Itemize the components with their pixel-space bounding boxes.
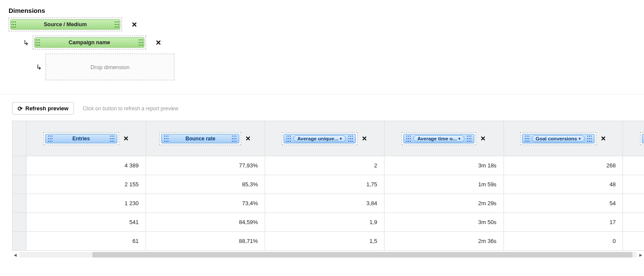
drag-handle-icon[interactable] (524, 135, 530, 143)
dimension-chip-container: Campaign name (33, 36, 146, 49)
metric-chip-container: Goal conversio... ▾ (640, 132, 644, 145)
dropzone-hint: Drop dimension (90, 64, 129, 70)
dimension-chip-campaign-name[interactable]: Campaign name (34, 37, 144, 48)
metric-label: Goal conversions (536, 136, 577, 141)
cell-bounce-rate: 88,71% (146, 232, 265, 251)
remove-dimension-button[interactable]: ✕ (131, 21, 137, 29)
cell-avg-unique: 1,9 (265, 213, 385, 232)
cell-avg-unique: 1,5 (265, 232, 385, 251)
metric-label: Entries (53, 136, 109, 142)
dimension-chip-label: Campaign name (41, 39, 138, 45)
horizontal-scrollbar[interactable]: ◄ ► (0, 252, 644, 258)
cell-goal-conv: 17 (504, 213, 623, 232)
row-stub (12, 232, 27, 251)
remove-column-button[interactable]: ✕ (123, 135, 129, 143)
chevron-down-icon: ▾ (458, 136, 461, 141)
cell-goal-conv: 268 (504, 156, 623, 175)
metric-label: Average time o... (417, 136, 457, 141)
cell-bounce-rate: 77,93% (146, 156, 265, 175)
metric-dropdown[interactable]: Goal conversions ▾ (532, 135, 585, 142)
cell-avg-time: 3m 18s (384, 156, 504, 175)
metric-chip-goal-conversion-rate[interactable]: Goal conversio... ▾ (642, 134, 644, 143)
dimension-row: ↳ Drop dimension (34, 54, 635, 80)
chevron-down-icon: ▾ (579, 136, 581, 141)
column-header: Entries ✕ (27, 121, 146, 156)
metric-chip-average-time[interactable]: Average time o... ▾ (403, 134, 474, 143)
drag-handle-icon[interactable] (11, 21, 17, 28)
cell-avg-time: 1m 59s (384, 175, 504, 194)
refresh-preview-button[interactable]: ⟳ Refresh preview (12, 102, 74, 115)
drag-handle-icon[interactable] (466, 135, 472, 143)
drag-handle-icon[interactable] (231, 135, 237, 143)
cell-entries: 541 (27, 213, 146, 232)
cell-bounce-rate: 73,4% (146, 194, 265, 213)
column-header: Bounce rate ✕ (146, 121, 265, 156)
cell-entries: 61 (27, 232, 146, 251)
table-row: 2 155 85,3% 1,75 1m 59s 48 2,09% (12, 175, 644, 194)
remove-column-button[interactable]: ✕ (362, 135, 367, 143)
refresh-icon: ⟳ (18, 106, 23, 112)
metric-label: Average unique... (297, 136, 338, 141)
scroll-right-icon[interactable]: ► (638, 252, 644, 258)
cell-avg-time: 2m 29s (384, 194, 504, 213)
dimension-chip-container: Source / Medium (9, 18, 122, 31)
metric-chip-goal-conversions[interactable]: Goal conversions ▾ (522, 134, 595, 143)
drag-handle-icon[interactable] (286, 135, 292, 143)
metric-dropdown[interactable]: Average unique... ▾ (293, 135, 346, 142)
dimensions-heading: Dimensions (9, 7, 635, 14)
dimension-chip-label: Source / Medium (17, 21, 114, 27)
drag-handle-icon[interactable] (114, 21, 120, 28)
cell-avg-time: 3m 50s (384, 213, 504, 232)
scroll-thumb[interactable] (92, 252, 632, 258)
metric-chip-entries[interactable]: Entries (45, 134, 117, 143)
cell-avg-unique: 2 (265, 156, 385, 175)
scroll-track[interactable] (19, 252, 637, 258)
remove-column-button[interactable]: ✕ (601, 135, 606, 143)
metric-label: Bounce rate (169, 136, 231, 142)
drag-handle-icon[interactable] (348, 135, 354, 143)
column-header: Goal conversions ▾ ✕ (504, 121, 623, 156)
refresh-button-label: Refresh preview (25, 105, 68, 112)
table-row: 4 389 77,93% 2 3m 18s 268 3,77% (12, 156, 644, 175)
cell-entries: 1 230 (27, 194, 146, 213)
preview-hint-text: Click on button to refresh a report prev… (82, 106, 178, 112)
cell-avg-unique: 1,75 (265, 175, 385, 194)
dimension-dropzone[interactable]: Drop dimension (46, 54, 174, 80)
row-header-blank (12, 121, 27, 156)
metric-chip-average-unique[interactable]: Average unique... ▾ (284, 134, 356, 143)
drag-handle-icon[interactable] (109, 135, 115, 143)
drag-handle-icon[interactable] (138, 39, 144, 46)
table-header-row: Entries ✕ (12, 121, 644, 156)
metric-dropdown[interactable]: Average time o... ▾ (413, 135, 464, 142)
cell-bounce-rate: 85,3% (146, 175, 265, 194)
column-header: Average time o... ▾ ✕ (384, 121, 504, 156)
metric-chip-container: Average time o... ▾ (402, 132, 476, 145)
remove-dimension-button[interactable]: ✕ (156, 39, 161, 47)
cell-goal-conv-rate: 3,77% (623, 156, 644, 175)
row-stub (12, 213, 27, 232)
cell-bounce-rate: 84,59% (146, 213, 265, 232)
dimension-chip-source-medium[interactable]: Source / Medium (10, 19, 120, 30)
cell-goal-conv: 48 (504, 175, 623, 194)
row-stub (12, 175, 27, 194)
metric-chip-bounce-rate[interactable]: Bounce rate (161, 134, 239, 143)
cell-entries: 2 155 (27, 175, 146, 194)
drag-handle-icon[interactable] (163, 135, 169, 143)
dimensions-section: Dimensions Source / Medium ✕ ↳ (0, 0, 644, 89)
cell-entries: 4 389 (27, 156, 146, 175)
scroll-left-icon[interactable]: ◄ (12, 252, 18, 258)
remove-column-button[interactable]: ✕ (245, 135, 251, 143)
table-row: 61 88,71% 1,5 2m 36s 0 0% (12, 232, 644, 251)
cell-goal-conv-rate: 2,2% (623, 213, 644, 232)
table-row: 541 84,59% 1,9 3m 50s 17 2,2% (12, 213, 644, 232)
chevron-down-icon: ▾ (340, 136, 342, 141)
drag-handle-icon[interactable] (586, 135, 592, 143)
remove-column-button[interactable]: ✕ (480, 135, 486, 143)
drag-handle-icon[interactable] (406, 135, 412, 143)
sub-arrow-icon: ↳ (21, 39, 30, 47)
cell-goal-conv-rate: 2,74% (623, 194, 644, 213)
drag-handle-icon[interactable] (47, 135, 53, 143)
report-table-region: Entries ✕ (0, 121, 644, 251)
column-header: Average unique... ▾ ✕ (265, 121, 385, 156)
drag-handle-icon[interactable] (35, 39, 41, 46)
